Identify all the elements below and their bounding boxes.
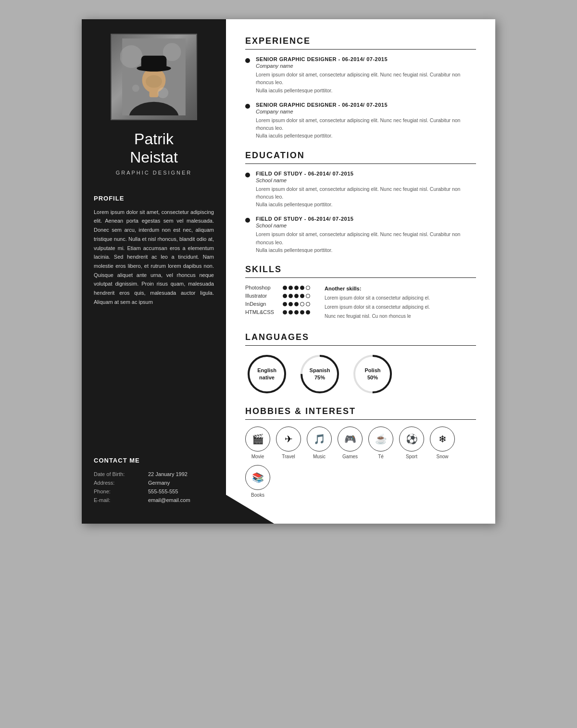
hobby-label: Té <box>378 454 384 459</box>
entry-bullet <box>245 218 250 223</box>
hobby-label: Snow <box>436 454 448 459</box>
skills-left-col: Photoshop Illustrator InDesign HTML&CSS <box>245 285 310 322</box>
hobby-icon-circle: 📚 <box>245 465 270 490</box>
skill-dot <box>300 302 304 306</box>
hobby-icon-circle: 🎵 <box>307 427 332 452</box>
languages-row: English native Spanish 75% Polish 50% <box>245 352 476 396</box>
hobby-item: ✈ Travel <box>276 427 301 459</box>
profile-text: Lorem ipsum dolor sit amet, consectetur … <box>94 208 214 307</box>
skills-content: Photoshop Illustrator InDesign HTML&CSS … <box>245 285 476 322</box>
main-content: EXPERIENCE SENIOR GRAPHIC DESIGNER - 06-… <box>226 19 495 524</box>
hobby-icon-circle: ✈ <box>276 427 301 452</box>
hobbies-grid: 🎬 Movie ✈ Travel 🎵 Music 🎮 Games ☕ Té ⚽ … <box>245 427 476 498</box>
other-skill-item: Nunc nec feugiat nisl. Cu non rhoncus le <box>325 313 476 320</box>
entry-content: SENIOR GRAPHIC DESIGNER - 06-2014/ 07-20… <box>256 56 476 94</box>
other-skills-list: Lorem ipsum dolor sit a consectetur adip… <box>325 294 476 320</box>
other-skills-heading: Another skills: <box>325 286 476 291</box>
skill-row: HTML&CSS <box>245 309 310 315</box>
skill-dot <box>288 286 293 290</box>
email-label: E-mail: <box>94 496 148 504</box>
lang-label: Polish 50% <box>364 367 380 382</box>
hobby-icon-circle: ☕ <box>368 427 393 452</box>
hobby-icon: 🎬 <box>252 433 264 445</box>
contact-section: CONTACT ME Date of Birth: 22 January 199… <box>94 433 214 504</box>
skill-dot <box>300 294 304 298</box>
entry-item: SENIOR GRAPHIC DESIGNER - 06-2014/ 07-20… <box>245 102 476 140</box>
hobby-icon: ✈ <box>285 433 293 445</box>
hobby-icon-circle: 🎬 <box>245 427 270 452</box>
profile-photo <box>111 34 197 120</box>
resume: Patrik Neistat GRAPHIC DESIGNER PROFILE … <box>82 19 495 524</box>
full-name: Patrik Neistat <box>94 130 214 167</box>
sidebar-triangle-decoration <box>226 495 274 524</box>
contact-phone: Phone: 555-555-555 <box>94 487 214 496</box>
education-section: EDUCATION FIELD OF STUDY - 06-2014/ 07-2… <box>245 151 476 254</box>
entry-item: FIELD OF STUDY - 06-2014/ 07-2015 School… <box>245 216 476 254</box>
skill-dots <box>283 302 310 306</box>
skill-dot <box>283 286 287 290</box>
svg-point-8 <box>146 75 162 88</box>
entry-title: FIELD OF STUDY - 06-2014/ 07-2015 <box>256 216 476 222</box>
phone-value: 555-555-555 <box>148 487 214 496</box>
hobby-icon: ☕ <box>375 433 387 445</box>
contact-email: E-mail: email@email.com <box>94 496 214 504</box>
skill-dots <box>283 286 310 290</box>
contact-table: Date of Birth: 22 January 1992 Address: … <box>94 470 214 504</box>
education-heading: EDUCATION <box>245 151 476 164</box>
contact-dob: Date of Birth: 22 January 1992 <box>94 470 214 478</box>
dob-label: Date of Birth: <box>94 470 148 478</box>
entry-content: FIELD OF STUDY - 06-2014/ 07-2015 School… <box>256 171 476 209</box>
entry-desc: Lorem ipsum dolor sit amet, consectetur … <box>256 230 476 254</box>
svg-point-9 <box>158 88 169 99</box>
hobby-label: Travel <box>282 454 295 459</box>
contact-heading: CONTACT ME <box>94 457 214 464</box>
skill-dots <box>283 310 310 314</box>
experience-entries: SENIOR GRAPHIC DESIGNER - 06-2014/ 07-20… <box>245 56 476 140</box>
hobby-item: ⚽ Sport <box>399 427 424 459</box>
entry-desc: Lorem ipsum dolor sit amet, consectetur … <box>256 185 476 209</box>
dob-value: 22 January 1992 <box>148 470 214 478</box>
entry-title: FIELD OF STUDY - 06-2014/ 07-2015 <box>256 171 476 176</box>
skill-dot <box>294 302 299 306</box>
hobby-label: Music <box>313 454 326 459</box>
skill-row: InDesign <box>245 301 310 307</box>
skill-name: Photoshop <box>245 285 280 290</box>
language-circle: Spanish 75% <box>298 352 341 396</box>
email-value: email@email.com <box>148 496 214 504</box>
skill-dot <box>306 310 310 314</box>
hobbies-heading: HOBBIES & INTEREST <box>245 406 476 420</box>
skill-dot <box>306 286 310 290</box>
entry-bullet <box>245 104 250 109</box>
skill-dot <box>288 302 293 306</box>
skill-dot <box>294 286 299 290</box>
hobby-icon: ⚽ <box>406 433 418 445</box>
entry-company: Company name <box>256 63 476 69</box>
language-circle: English native <box>245 352 288 396</box>
other-skill-item: Lorem ipsum dolor sit a consectetur adip… <box>325 303 476 311</box>
entry-company: School name <box>256 177 476 183</box>
hobby-icon-circle: ⚽ <box>399 427 424 452</box>
languages-heading: LANGUAGES <box>245 332 476 346</box>
entry-content: SENIOR GRAPHIC DESIGNER - 06-2014/ 07-20… <box>256 102 476 140</box>
skill-dot <box>283 294 287 298</box>
skill-dot <box>294 294 299 298</box>
lang-label: English native <box>257 367 276 382</box>
name-section: Patrik Neistat GRAPHIC DESIGNER <box>94 130 214 176</box>
hobby-label: Movie <box>251 454 264 459</box>
entry-title: SENIOR GRAPHIC DESIGNER - 06-2014/ 07-20… <box>256 102 476 108</box>
entry-company: Company name <box>256 109 476 114</box>
skill-dot <box>288 310 293 314</box>
hobby-icon-circle: 🎮 <box>338 427 363 452</box>
job-title: GRAPHIC DESIGNER <box>94 170 214 176</box>
profile-heading: PROFILE <box>94 195 214 202</box>
skill-dot <box>300 310 304 314</box>
hobby-icon: 📚 <box>252 472 264 483</box>
contact-address: Address: Germany <box>94 478 214 487</box>
skill-dot <box>294 310 299 314</box>
hobby-item: 📚 Books <box>245 465 270 498</box>
svg-rect-7 <box>141 56 167 69</box>
skill-dot <box>306 302 310 306</box>
phone-label: Phone: <box>94 487 148 496</box>
skill-dot <box>283 302 287 306</box>
hobby-item: ☕ Té <box>368 427 393 459</box>
